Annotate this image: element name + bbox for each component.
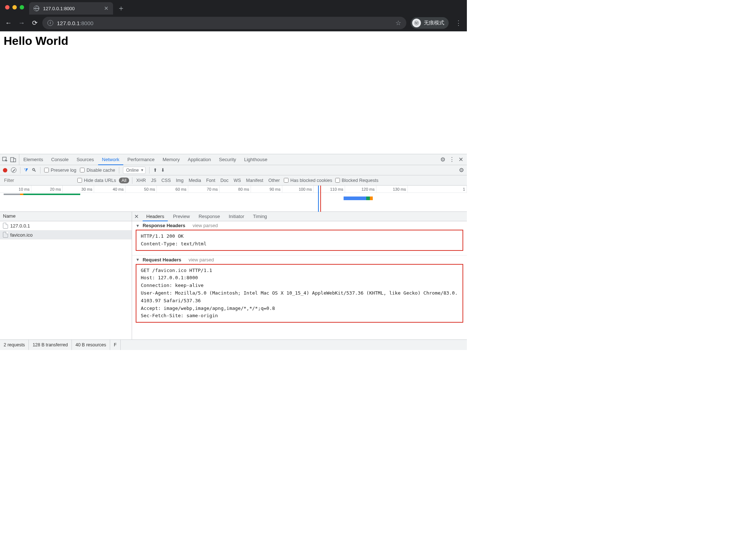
browser-chrome: 127.0.0.1:8000 ✕ ＋ ← → ⟳ i 127.0.0.1:800…: [0, 0, 467, 31]
timeline-tick: 1: [408, 186, 467, 192]
url-port: :8000: [80, 20, 94, 26]
upload-icon[interactable]: ⬆: [153, 167, 157, 173]
browser-menu-button[interactable]: ⋮: [453, 19, 464, 27]
omnibox[interactable]: i 127.0.0.1:8000 ☆: [42, 17, 406, 29]
filter-css[interactable]: CSS: [160, 178, 172, 183]
status-extra: F: [110, 340, 121, 350]
filter-other[interactable]: Other: [267, 178, 281, 183]
window-controls: [5, 5, 24, 9]
forward-button[interactable]: →: [16, 18, 27, 28]
device-toolbar-icon[interactable]: [10, 157, 16, 163]
detail-tab-timing[interactable]: Timing: [249, 212, 271, 221]
detail-tab-response[interactable]: Response: [195, 212, 224, 221]
preserve-log-label: Preserve log: [51, 168, 76, 173]
tab-performance[interactable]: Performance: [123, 154, 158, 165]
hide-data-urls-label: Hide data URLs: [84, 178, 116, 183]
timeline-tick: 40 ms: [94, 186, 125, 192]
separator: [40, 167, 40, 174]
titlebar: 127.0.0.1:8000 ✕ ＋: [0, 0, 467, 15]
back-button[interactable]: ←: [3, 18, 14, 28]
devtools-settings-icon[interactable]: ⚙: [440, 156, 445, 163]
view-parsed-link[interactable]: view parsed: [189, 257, 214, 262]
filter-xhr[interactable]: XHR: [135, 178, 147, 183]
disable-cache-toggle[interactable]: Disable cache: [80, 168, 115, 173]
search-icon[interactable]: 🔍︎: [32, 167, 36, 173]
filter-doc[interactable]: Doc: [219, 178, 229, 183]
tab-title: 127.0.0.1:8000: [43, 6, 75, 11]
network-status-bar: 2 requests 128 B transferred 40 B resour…: [0, 340, 467, 350]
request-detail: ✕ Headers Preview Response Initiator Tim…: [132, 212, 467, 339]
filter-manifest[interactable]: Manifest: [245, 178, 264, 183]
domcontent-marker: [318, 186, 319, 212]
browser-tab[interactable]: 127.0.0.1:8000 ✕: [29, 2, 113, 15]
close-tab-icon[interactable]: ✕: [104, 5, 109, 12]
triangle-down-icon: ▼: [136, 257, 140, 262]
status-requests: 2 requests: [0, 340, 29, 350]
hide-data-urls-toggle[interactable]: Hide data URLs: [77, 178, 116, 183]
filter-input[interactable]: [1, 177, 74, 184]
request-headers-section[interactable]: ▼ Request Headers view parsed: [136, 257, 463, 262]
minimize-window-icon[interactable]: [12, 5, 17, 9]
site-info-icon[interactable]: i: [47, 20, 53, 26]
filter-js[interactable]: JS: [150, 178, 158, 183]
preserve-log-toggle[interactable]: Preserve log: [44, 168, 76, 173]
timeline-tick: 30 ms: [63, 186, 94, 192]
status-transferred: 128 B transferred: [29, 340, 72, 350]
filter-font[interactable]: Font: [205, 178, 216, 183]
request-headers-title: Request Headers: [143, 257, 181, 262]
tab-elements[interactable]: Elements: [19, 154, 47, 165]
has-blocked-cookies-toggle[interactable]: Has blocked cookies: [284, 178, 332, 183]
detail-tab-preview[interactable]: Preview: [169, 212, 193, 221]
request-list: Name 127.0.0.1 favicon.ico: [0, 212, 132, 339]
inspect-element-icon[interactable]: [2, 157, 8, 163]
tab-memory[interactable]: Memory: [159, 154, 184, 165]
timeline-tick: 130 ms: [376, 186, 408, 192]
detail-tab-initiator[interactable]: Initiator: [225, 212, 248, 221]
clear-button[interactable]: [11, 167, 16, 173]
reload-button[interactable]: ⟳: [29, 18, 40, 28]
incognito-label: 无痕模式: [424, 20, 444, 26]
close-detail-icon[interactable]: ✕: [134, 213, 141, 220]
page-content: Hello World: [0, 31, 467, 154]
incognito-badge[interactable]: ㊙ 无痕模式: [411, 17, 449, 29]
timeline-tick: 50 ms: [125, 186, 157, 192]
devtools-menu-icon[interactable]: ⋮: [449, 156, 455, 163]
timeline-tick: 10 ms: [0, 186, 31, 192]
filter-all[interactable]: All: [119, 178, 129, 183]
tab-console[interactable]: Console: [47, 154, 73, 165]
separator: [132, 177, 132, 184]
tab-sources[interactable]: Sources: [73, 154, 98, 165]
response-headers-raw: HTTP/1.1 200 OK Content-Type: text/html: [136, 230, 463, 251]
throttle-select[interactable]: Online: [123, 167, 146, 174]
response-headers-section[interactable]: ▼ Response Headers view parsed: [136, 223, 463, 228]
filter-img[interactable]: Img: [175, 178, 185, 183]
new-tab-button[interactable]: ＋: [117, 3, 125, 13]
tab-network[interactable]: Network: [98, 155, 124, 165]
tab-security[interactable]: Security: [215, 154, 240, 165]
filter-ws[interactable]: WS: [232, 178, 242, 183]
filter-toggle-icon[interactable]: ⧩: [24, 167, 28, 173]
tab-lighthouse[interactable]: Lighthouse: [240, 154, 271, 165]
bookmark-star-icon[interactable]: ☆: [395, 19, 401, 27]
svg-rect-2: [13, 159, 16, 162]
response-headers-title: Response Headers: [143, 223, 185, 228]
devtools-close-icon[interactable]: ✕: [458, 156, 463, 163]
document-icon: [3, 223, 8, 229]
filter-media[interactable]: Media: [187, 178, 202, 183]
tab-application[interactable]: Application: [184, 154, 215, 165]
view-parsed-link[interactable]: view parsed: [193, 223, 218, 228]
timeline-tick: 20 ms: [31, 186, 63, 192]
network-settings-icon[interactable]: ⚙: [459, 167, 464, 174]
download-icon[interactable]: ⬇: [161, 167, 165, 173]
network-timeline[interactable]: 10 ms 20 ms 30 ms 40 ms 50 ms 60 ms 70 m…: [0, 186, 467, 212]
close-window-icon[interactable]: [5, 5, 9, 9]
detail-tab-headers[interactable]: Headers: [143, 212, 168, 221]
record-button[interactable]: [3, 168, 7, 172]
separator: [149, 167, 150, 174]
maximize-window-icon[interactable]: [20, 5, 24, 9]
request-row[interactable]: favicon.ico: [0, 230, 132, 240]
request-row[interactable]: 127.0.0.1: [0, 221, 132, 230]
name-column-header[interactable]: Name: [0, 212, 132, 221]
timeline-tick: 70 ms: [188, 186, 220, 192]
blocked-requests-toggle[interactable]: Blocked Requests: [335, 178, 379, 183]
